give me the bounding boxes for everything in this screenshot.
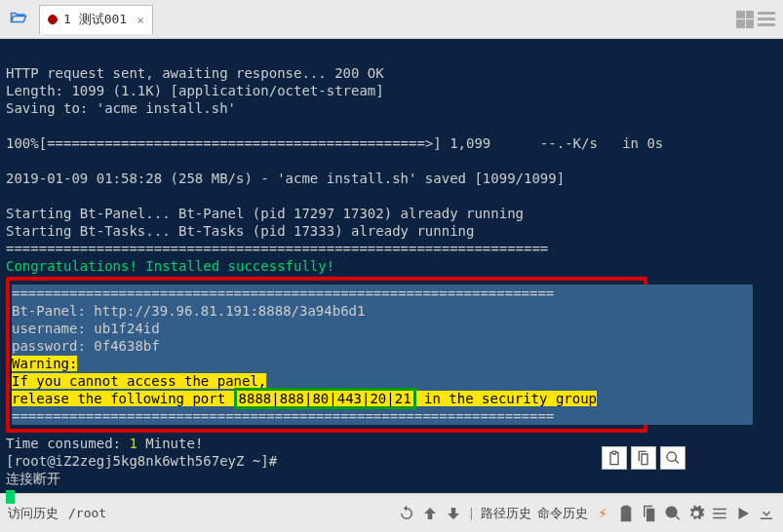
hamburger-icon[interactable] xyxy=(711,505,728,522)
terminal-output[interactable]: HTTP request sent, awaiting response... … xyxy=(0,39,783,493)
folder-open-icon[interactable] xyxy=(8,9,29,29)
tab-test001[interactable]: 1 测试001 × xyxy=(39,5,153,34)
output-line: 2019-01-09 01:58:28 (258 MB/s) - 'acme i… xyxy=(6,171,565,186)
path-history-button[interactable]: 路径历史 xyxy=(481,505,531,522)
down-arrow-icon[interactable] xyxy=(445,505,462,522)
up-arrow-icon[interactable] xyxy=(421,505,439,522)
ports-list: 8888|888|80|443|20|21 xyxy=(234,388,416,409)
divider-line: ========================================… xyxy=(12,407,753,425)
warning-line: in the security group xyxy=(416,391,597,406)
search-icon[interactable] xyxy=(664,505,682,522)
output-line: Length: 1099 (1.1K) [application/octet-s… xyxy=(6,83,384,98)
divider-line: ========================================… xyxy=(12,285,753,302)
download-icon[interactable] xyxy=(758,505,775,522)
bolt-icon[interactable]: ⚡ xyxy=(598,504,607,522)
output-line: HTTP request sent, awaiting response... … xyxy=(6,65,384,81)
warning-line: If you cannot access the panel, xyxy=(12,373,266,389)
paste-button[interactable] xyxy=(602,446,627,470)
terminal-actions xyxy=(602,446,685,470)
panel-url: Bt-Panel: http://39.96.81.191:8888/3a94b… xyxy=(12,302,753,320)
cursor-icon xyxy=(6,490,15,504)
tab-label: 1 测试001 xyxy=(63,11,127,28)
credentials-box: ========================================… xyxy=(6,277,647,433)
output-line: ========================================… xyxy=(6,241,548,256)
warning-line: release the following port xyxy=(12,391,234,406)
modified-indicator-icon xyxy=(48,15,58,24)
close-icon[interactable]: × xyxy=(137,13,144,27)
copy-icon[interactable] xyxy=(641,505,658,522)
status-bar: 访问历史 /root | 路径历史 命令历史 ⚡ xyxy=(0,493,783,532)
gear-icon[interactable] xyxy=(687,505,705,522)
output-line: Starting Bt-Panel... Bt-Panel (pid 17297… xyxy=(6,206,524,221)
current-path[interactable]: /root xyxy=(68,506,106,520)
output-line: 100%[===================================… xyxy=(6,135,663,151)
time-consumed: Time consumed: 1 Minute! xyxy=(6,436,203,451)
grid-view-icon[interactable] xyxy=(736,11,754,28)
list-view-icon[interactable] xyxy=(758,11,775,28)
warning-label: Warning: xyxy=(12,356,77,371)
output-line: Saving to: 'acme install.sh' xyxy=(6,100,236,116)
view-mode-toggle xyxy=(736,11,775,28)
success-message: Congratulations! Installed successfully! xyxy=(6,258,334,274)
disconnect-message: 连接断开 xyxy=(6,471,60,486)
play-icon[interactable] xyxy=(734,505,752,522)
toolbar-icons: | 路径历史 命令历史 ⚡ xyxy=(398,504,775,522)
visit-history-button[interactable]: 访问历史 xyxy=(8,505,59,522)
panel-password: password: 0f4638bf xyxy=(12,337,753,355)
copy-button[interactable] xyxy=(631,446,656,470)
refresh-icon[interactable] xyxy=(398,505,415,522)
clipboard-icon[interactable] xyxy=(617,505,635,522)
search-button[interactable] xyxy=(660,446,685,470)
output-line: Starting Bt-Tasks... Bt-Tasks (pid 17333… xyxy=(6,223,474,239)
top-bar: 1 测试001 × xyxy=(0,0,783,39)
shell-prompt: [root@iZ2zegj5kg8nk6wth567eyZ ~]# xyxy=(6,453,277,469)
command-history-button[interactable]: 命令历史 xyxy=(537,505,588,522)
panel-username: username: ub1f24id xyxy=(12,320,753,337)
